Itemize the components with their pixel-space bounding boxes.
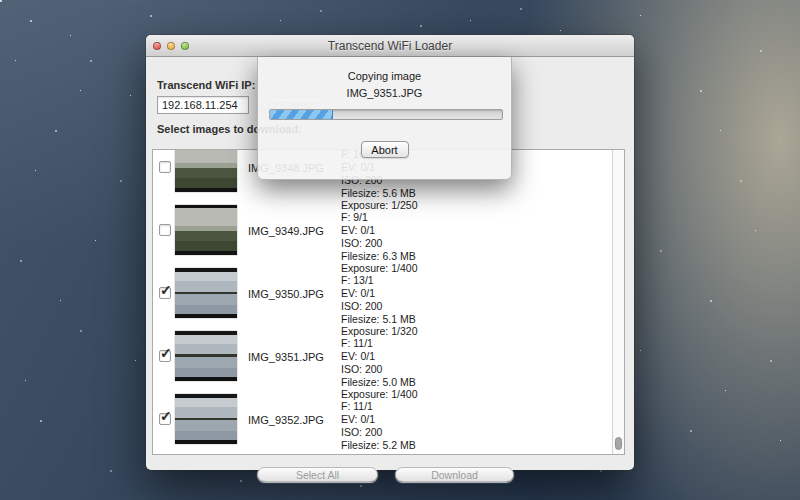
row-checkbox[interactable]: ✓: [159, 224, 171, 236]
exif-iso: ISO: 200: [341, 237, 417, 250]
exif-ev: EV: 0/1: [341, 350, 417, 363]
abort-button[interactable]: Abort: [361, 141, 409, 158]
starfield: [0, 0, 1, 1]
image-exif-details: Exposure: 1/250 F: 9/1 EV: 0/1 ISO: 200 …: [341, 199, 417, 262]
scrollbar-track[interactable]: [612, 150, 624, 454]
thumbnail: [175, 150, 237, 192]
list-item[interactable]: ✓ IMG_9351.JPG Exposure: 1/320 F: 11/1 E…: [153, 325, 612, 388]
list-item[interactable]: ✓ IMG_9349.JPG Exposure: 1/250 F: 9/1 EV…: [153, 199, 612, 262]
list-item[interactable]: ✓ IMG_9350.JPG Exposure: 1/400 F: 13/1 E…: [153, 262, 612, 325]
image-exif-details: Exposure: 1/400 F: 13/1 EV: 0/1 ISO: 200…: [341, 262, 417, 325]
image-exif-details: Exposure: 1/400 F: 11/1 EV: 0/1 ISO: 200…: [341, 388, 417, 451]
window-title: Transcend WiFi Loader: [146, 39, 634, 53]
thumbnail: [175, 268, 237, 318]
exif-fstop: F: 13/1: [341, 274, 417, 287]
exif-fstop: F: 9/1: [341, 211, 417, 224]
row-checkbox[interactable]: ✓: [159, 161, 171, 173]
ip-label: Transcend WiFi IP:: [157, 79, 255, 91]
row-checkbox[interactable]: ✓: [159, 287, 171, 299]
image-filename: IMG_9349.JPG: [248, 225, 336, 237]
select-all-button[interactable]: Select All: [257, 467, 378, 482]
app-window: Transcend WiFi Loader Transcend WiFi IP:…: [146, 35, 634, 470]
exif-iso: ISO: 200: [341, 426, 417, 439]
exif-exposure: Exposure: 1/400: [341, 388, 417, 401]
exif-filesize: Filesize: 5.2 MB: [341, 439, 417, 452]
image-filename: IMG_9352.JPG: [248, 414, 336, 426]
row-checkbox[interactable]: ✓: [159, 413, 171, 425]
checkmark-icon: ✓: [160, 282, 172, 298]
checkmark-icon: ✓: [160, 345, 172, 361]
scrollbar-thumb[interactable]: [615, 437, 622, 450]
progress-fill: [270, 110, 333, 119]
image-exif-details: Exposure: 1/320 F: 11/1 EV: 0/1 ISO: 200…: [341, 325, 417, 388]
exif-ev: EV: 0/1: [341, 413, 417, 426]
image-list-rows: ✓ IMG_9348.JPG Exposure: 1/250 F: 16/1 E…: [153, 150, 612, 454]
exif-iso: ISO: 200: [341, 300, 417, 313]
exif-fstop: F: 11/1: [341, 400, 417, 413]
thumbnail: [175, 394, 237, 444]
checkmark-icon: ✓: [160, 408, 172, 424]
exif-ev: EV: 0/1: [341, 224, 417, 237]
ip-input[interactable]: [157, 96, 249, 114]
download-button[interactable]: Download: [395, 467, 514, 482]
exif-exposure: Exposure: 1/320: [341, 325, 417, 338]
exif-exposure: Exposure: 1/250: [341, 199, 417, 212]
list-item[interactable]: ✓ IMG_9352.JPG Exposure: 1/400 F: 11/1 E…: [153, 388, 612, 451]
exif-ev: EV: 0/1: [341, 287, 417, 300]
thumbnail: [175, 331, 237, 381]
image-list: ✓ IMG_9348.JPG Exposure: 1/250 F: 16/1 E…: [152, 149, 625, 455]
exif-fstop: F: 11/1: [341, 337, 417, 350]
copy-progress-dialog: Copying image IMG_9351.JPG Abort: [257, 57, 512, 180]
thumbnail: [175, 205, 237, 255]
image-filename: IMG_9351.JPG: [248, 351, 336, 363]
progress-bar: [269, 109, 503, 120]
title-bar[interactable]: Transcend WiFi Loader: [146, 35, 634, 57]
image-filename: IMG_9350.JPG: [248, 288, 336, 300]
dialog-filename: IMG_9351.JPG: [258, 87, 511, 99]
exif-iso: ISO: 200: [341, 363, 417, 376]
row-checkbox[interactable]: ✓: [159, 350, 171, 362]
dialog-title: Copying image: [258, 70, 511, 82]
exif-exposure: Exposure: 1/400: [341, 262, 417, 275]
